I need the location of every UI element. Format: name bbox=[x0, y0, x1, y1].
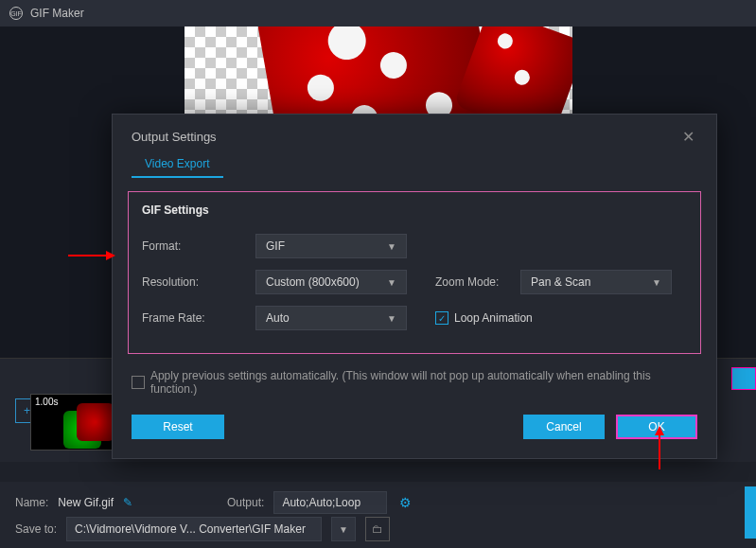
chevron-down-icon: ▼ bbox=[387, 277, 396, 288]
apply-previous-label: Apply previous settings automatically. (… bbox=[150, 369, 697, 396]
resolution-value: Custom (800x600) bbox=[266, 275, 360, 289]
framerate-select[interactable]: Auto ▼ bbox=[255, 306, 407, 330]
name-value: New Gif.gif bbox=[58, 496, 114, 509]
resolution-select[interactable]: Custom (800x600) ▼ bbox=[255, 270, 407, 294]
close-icon[interactable]: ✕ bbox=[678, 128, 697, 146]
output-settings-icon[interactable]: ⚙ bbox=[396, 494, 413, 511]
gif-settings-panel: GIF Settings Format: GIF ▼ Resolution: C… bbox=[128, 191, 701, 354]
dialog-title: Output Settings bbox=[132, 130, 217, 144]
play-button[interactable] bbox=[731, 367, 756, 390]
output-value: Auto;Auto;Loop bbox=[273, 491, 387, 514]
loop-checkbox[interactable]: ✓ bbox=[435, 311, 448, 325]
saveto-value[interactable]: C:\Vidmore\Vidmore V... Converter\GIF Ma… bbox=[66, 517, 322, 541]
chevron-down-icon: ▼ bbox=[387, 241, 396, 252]
name-label: Name: bbox=[15, 496, 48, 509]
ok-button[interactable]: OK bbox=[616, 415, 697, 439]
format-label: Format: bbox=[142, 239, 255, 253]
resolution-label: Resolution: bbox=[142, 275, 255, 289]
loop-label: Loop Animation bbox=[454, 311, 533, 325]
plus-icon: + bbox=[24, 404, 30, 417]
apply-previous-checkbox[interactable]: ✓ bbox=[132, 376, 145, 389]
framerate-label: Frame Rate: bbox=[142, 311, 255, 325]
zoom-value: Pan & Scan bbox=[531, 275, 590, 289]
reset-button[interactable]: Reset bbox=[132, 415, 224, 439]
zoom-label: Zoom Mode: bbox=[435, 275, 520, 289]
saveto-dropdown-icon[interactable]: ▼ bbox=[331, 517, 356, 541]
chevron-down-icon: ▼ bbox=[652, 277, 661, 288]
saveto-label: Save to: bbox=[15, 522, 57, 536]
titlebar: GIF GIF Maker bbox=[0, 0, 756, 27]
zoom-select[interactable]: Pan & Scan ▼ bbox=[520, 270, 672, 294]
app-title: GIF Maker bbox=[30, 7, 84, 20]
cancel-button[interactable]: Cancel bbox=[523, 415, 605, 439]
output-settings-dialog: Output Settings ✕ Video Export GIF Setti… bbox=[112, 114, 717, 459]
framerate-value: Auto bbox=[266, 311, 290, 325]
chevron-down-icon: ▼ bbox=[387, 313, 396, 324]
output-label: Output: bbox=[227, 496, 264, 509]
format-value: GIF bbox=[266, 239, 285, 253]
format-select[interactable]: GIF ▼ bbox=[255, 234, 407, 258]
app-logo-icon: GIF bbox=[9, 7, 23, 20]
open-folder-icon[interactable]: 🗀 bbox=[365, 517, 390, 541]
tab-video-export[interactable]: Video Export bbox=[132, 151, 223, 178]
thumb-duration: 1.00s bbox=[35, 397, 58, 407]
export-button[interactable] bbox=[745, 486, 756, 539]
edit-name-icon[interactable]: ✎ bbox=[123, 496, 132, 509]
footer: Name: New Gif.gif ✎ Output: Auto;Auto;Lo… bbox=[0, 482, 756, 548]
section-heading: GIF Settings bbox=[142, 203, 687, 217]
